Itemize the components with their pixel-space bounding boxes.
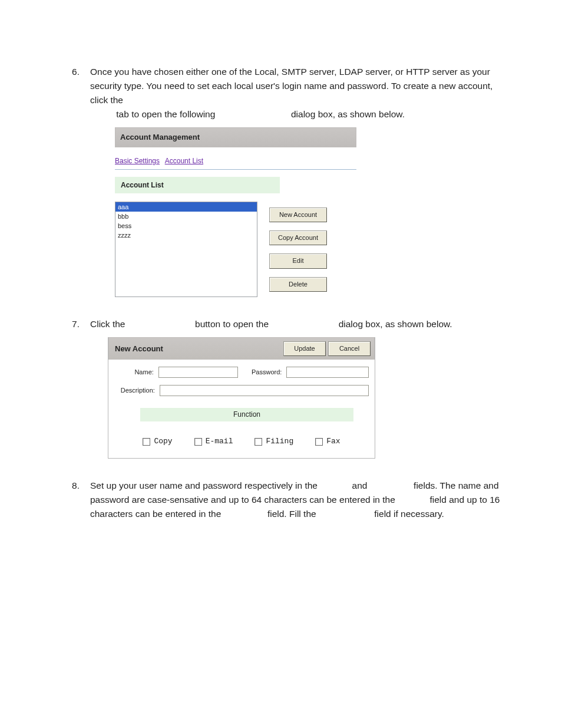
step-6-number: 6. [62,65,80,297]
checkbox-icon [315,438,323,446]
delete-button[interactable]: Delete [269,277,327,292]
account-list-heading: Account List [115,177,280,194]
function-heading: Function [140,408,353,421]
new-account-title: New Account [115,343,163,355]
cancel-button[interactable]: Cancel [328,341,371,356]
step-8-text-a: Set up your user name and password respe… [90,480,320,490]
step-8-text-f: field if necessary. [374,509,444,519]
step-7-text-c: dialog box, as shown below. [339,319,452,329]
step-6-text-a: Once you have chosen either one of the L… [90,67,492,105]
name-input[interactable] [158,367,238,378]
edit-button[interactable]: Edit [269,253,327,268]
name-label: Name: [114,367,155,377]
checkbox-icon [254,438,262,446]
tab-basic-settings[interactable]: Basic Settings [115,157,160,165]
update-button[interactable]: Update [283,341,326,356]
checkbox-icon [143,438,150,446]
tab-account-list[interactable]: Account List [165,157,203,165]
description-label: Description: [114,386,156,396]
copy-checkbox[interactable]: Copy [143,436,172,447]
step-7-number: 7. [62,317,80,459]
account-listbox[interactable]: aaa bbb bess zzzz [115,202,257,297]
email-checkbox[interactable]: E-mail [194,436,233,447]
fax-checkbox[interactable]: Fax [315,436,340,447]
step-8-number: 8. [62,479,80,521]
step-6-text-c: dialog box, as shown below. [291,109,405,119]
filing-checkbox[interactable]: Filing [254,436,293,447]
step-8-text-e: field. Fill the [267,509,319,519]
password-input[interactable] [286,367,369,378]
account-management-dialog: Account Management Basic Settings Accoun… [115,127,356,297]
step-7-text-a: Click the [90,319,128,329]
step-7-text-b: button to open the [195,319,271,329]
copy-account-button[interactable]: Copy Account [269,230,327,245]
step-6-text-b: tab to open the following [116,109,217,119]
list-item[interactable]: aaa [115,202,257,212]
new-account-dialog: New Account Update Cancel Name: Password… [108,337,375,459]
new-account-button[interactable]: New Account [269,207,327,222]
list-item[interactable]: zzzz [115,230,257,240]
password-label: Password: [242,367,283,377]
step-8-text-b: and [352,480,370,490]
checkbox-icon [194,438,202,446]
account-management-title: Account Management [115,127,356,147]
description-input[interactable] [160,385,369,396]
list-item[interactable]: bess [115,221,257,230]
list-item[interactable]: bbb [115,212,257,221]
